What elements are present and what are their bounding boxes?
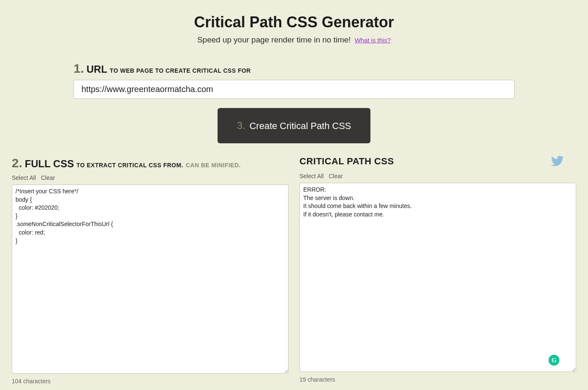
critical-css-select-all[interactable]: Select All	[299, 173, 324, 179]
cta-label: Create Critical Path CSS	[249, 121, 351, 132]
critical-css-column: CRITICAL PATH CSS Select All Clear 19 ch…	[299, 156, 576, 385]
step-2-sub: TO EXTRACT CRITICAL CSS FROM.	[76, 162, 183, 169]
step-3-number: 3.	[237, 120, 245, 132]
page-header: Critical Path CSS Generator Speed up you…	[0, 0, 588, 45]
page-subtitle-row: Speed up your page render time in no tim…	[0, 35, 588, 45]
critical-css-title: CRITICAL PATH CSS	[299, 156, 394, 167]
step-2-sub-muted: CAN BE MINIFIED.	[186, 162, 241, 169]
full-css-header: 2. FULL CSS TO EXTRACT CRITICAL CSS FROM…	[12, 156, 289, 170]
critical-css-actions: Select All Clear	[299, 173, 576, 179]
critical-css-textarea[interactable]	[299, 183, 576, 372]
page-title: Critical Path CSS Generator	[0, 13, 588, 31]
cta-wrap: 3. Create Critical Path CSS	[0, 108, 588, 143]
critical-css-header: CRITICAL PATH CSS	[299, 156, 576, 169]
critical-css-char-count: 19 characters	[299, 376, 576, 383]
url-input[interactable]	[74, 80, 514, 99]
twitter-icon[interactable]	[551, 155, 564, 169]
critical-css-clear[interactable]: Clear	[328, 173, 342, 179]
full-css-column: 2. FULL CSS TO EXTRACT CRITICAL CSS FROM…	[12, 156, 289, 385]
full-css-char-count: 104 characters	[12, 378, 289, 385]
full-css-textarea[interactable]	[12, 184, 289, 374]
url-step-label: 1. URL TO WEB PAGE TO CREATE CRITICAL CS…	[74, 61, 514, 76]
step-1-number: 1.	[74, 61, 84, 76]
step-2-number: 2.	[12, 156, 22, 170]
full-css-actions: Select All Clear	[12, 174, 289, 181]
full-css-select-all[interactable]: Select All	[12, 174, 36, 181]
create-critical-css-button[interactable]: 3. Create Critical Path CSS	[218, 108, 370, 143]
columns: 2. FULL CSS TO EXTRACT CRITICAL CSS FROM…	[0, 143, 588, 389]
what-is-this-link[interactable]: What is this?	[354, 37, 391, 44]
url-section: 1. URL TO WEB PAGE TO CREATE CRITICAL CS…	[74, 61, 514, 99]
step-2-main: FULL CSS	[25, 158, 74, 170]
step-1-sub: TO WEB PAGE TO CREATE CRITICAL CSS FOR	[110, 67, 251, 74]
full-css-clear[interactable]: Clear	[41, 174, 55, 181]
step-1-main: URL	[87, 63, 107, 75]
page-subtitle: Speed up your page render time in no tim…	[197, 35, 351, 44]
grammarly-letter: G	[551, 357, 556, 364]
grammarly-badge-icon[interactable]: G	[549, 355, 559, 366]
